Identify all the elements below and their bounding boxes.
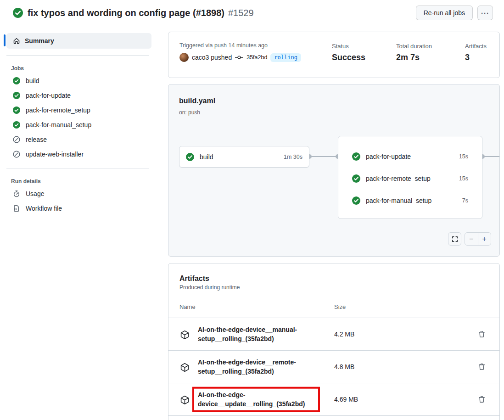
home-icon xyxy=(13,37,20,45)
kebab-menu-button[interactable]: ··· xyxy=(477,6,493,20)
delete-artifact-button[interactable] xyxy=(476,329,487,340)
file-code-icon xyxy=(13,205,20,212)
column-header-name: Name xyxy=(179,303,196,310)
package-icon xyxy=(180,330,190,340)
trash-icon xyxy=(478,396,486,403)
artifact-size: 4.69 MB xyxy=(334,396,358,403)
jobs-heading: Jobs xyxy=(11,65,151,72)
check-circle-icon xyxy=(13,8,23,18)
run-info-card: Triggered via push 14 minutes ago caco3 … xyxy=(168,32,500,78)
graph-node-pack-for-remote-setup[interactable]: pack-for-remote_setup 15s xyxy=(339,168,481,190)
zoom-out-button[interactable]: − xyxy=(465,233,478,245)
run-number: #1529 xyxy=(228,8,254,18)
graph-node-pack-for-update[interactable]: pack-for-update 15s xyxy=(339,146,481,168)
workflow-graph-card: build.yaml on: push build 1m 30s pack-fo… xyxy=(168,84,500,257)
skipped-circle-icon xyxy=(13,151,20,158)
node-duration: 15s xyxy=(459,153,468,160)
artifacts-count-column: Artifacts 3 xyxy=(465,43,487,62)
sidebar-job-pack-for-update[interactable]: pack-for-update xyxy=(4,88,151,103)
artifact-name-link-highlighted[interactable]: AI-on-the-edge-device__update__rolling_(… xyxy=(192,387,320,412)
duration-value: 2m 7s xyxy=(396,53,432,62)
job-label: pack-for-manual_setup xyxy=(26,121,91,129)
connector-line xyxy=(310,156,339,157)
check-circle-icon xyxy=(186,153,194,161)
node-label: build xyxy=(200,153,213,161)
status-value: Success xyxy=(332,53,365,62)
zoom-control: − + xyxy=(465,232,491,246)
git-commit-icon xyxy=(235,55,243,60)
sidebar-item-label: Summary xyxy=(25,37,54,45)
connector-line xyxy=(482,156,500,157)
rerun-all-jobs-button[interactable]: Re-run all jobs xyxy=(416,6,473,20)
job-label: build xyxy=(26,77,39,84)
duration-column: Total duration 2m 7s xyxy=(396,43,432,62)
delete-artifact-button[interactable] xyxy=(476,394,487,405)
duration-label: Total duration xyxy=(396,43,432,50)
job-label: release xyxy=(26,136,47,143)
check-circle-icon xyxy=(352,174,360,183)
artifact-name-link[interactable]: AI-on-the-edge-device__remote-setup__rol… xyxy=(198,358,325,376)
actor-pushed[interactable]: caco3 pushed xyxy=(192,54,232,61)
avatar[interactable] xyxy=(179,53,189,62)
run-detail-label: Workflow file xyxy=(26,205,62,212)
zoom-in-button[interactable]: + xyxy=(478,233,491,245)
sidebar-item-usage[interactable]: Usage xyxy=(4,186,151,201)
divider xyxy=(6,55,149,56)
artifact-row: AI-on-the-edge-device__manual-setup__rol… xyxy=(168,318,499,351)
run-details-heading: Run details xyxy=(11,178,151,185)
node-label: pack-for-remote_setup xyxy=(366,175,431,182)
fit-view-button[interactable] xyxy=(448,232,461,246)
check-circle-icon xyxy=(13,121,20,129)
node-duration: 7s xyxy=(462,197,468,204)
graph-node-build[interactable]: build 1m 30s xyxy=(179,146,309,168)
sidebar-item-summary[interactable]: Summary xyxy=(6,33,151,49)
artifacts-table-header: Name Size xyxy=(168,301,499,318)
artifact-size: 4.2 MB xyxy=(334,330,354,338)
check-circle-icon xyxy=(13,106,20,114)
sidebar-job-pack-for-remote-setup[interactable]: pack-for-remote_setup xyxy=(4,103,151,118)
graph-node-pack-for-manual-setup[interactable]: pack-for-manual_setup 7s xyxy=(339,190,481,212)
artifact-size: 4.8 MB xyxy=(334,363,354,370)
check-circle-icon xyxy=(352,152,360,161)
stopwatch-icon xyxy=(13,190,20,197)
artifact-row: AI-on-the-edge-device__remote-setup__rol… xyxy=(168,351,499,383)
divider xyxy=(6,168,149,168)
package-icon xyxy=(180,395,190,405)
branch-badge[interactable]: rolling xyxy=(270,53,301,62)
sidebar-job-release[interactable]: release xyxy=(4,132,151,147)
sidebar: Summary Jobs build pack-for-update pack-… xyxy=(4,32,151,216)
status-column: Status Success xyxy=(332,43,365,62)
trash-icon xyxy=(478,330,486,338)
artifact-row-highlighted: AI-on-the-edge-device__update__rolling_(… xyxy=(168,383,499,416)
status-label: Status xyxy=(332,43,365,50)
check-circle-icon xyxy=(13,92,20,99)
run-detail-label: Usage xyxy=(26,190,44,197)
node-label: pack-for-update xyxy=(366,153,411,160)
delete-artifact-button[interactable] xyxy=(476,361,487,373)
job-label: update-web-installer xyxy=(26,151,84,158)
sidebar-item-workflow-file[interactable]: Workflow file xyxy=(4,201,151,216)
node-duration: 1m 30s xyxy=(284,154,302,160)
skipped-circle-icon xyxy=(13,136,20,143)
page-title: fix typos and wording on config page (#1… xyxy=(28,8,224,18)
check-circle-icon xyxy=(13,77,20,84)
commit-sha-link[interactable]: 35fa2bd xyxy=(246,54,267,61)
artifacts-card: Artifacts Produced during runtime Name S… xyxy=(168,263,500,420)
node-label: pack-for-manual_setup xyxy=(366,197,431,204)
package-icon xyxy=(180,363,190,372)
job-label: pack-for-update xyxy=(26,92,71,99)
artifacts-subtitle: Produced during runtime xyxy=(168,283,499,291)
sidebar-job-update-web-installer[interactable]: update-web-installer xyxy=(4,147,151,162)
job-label: pack-for-remote_setup xyxy=(26,106,90,114)
graph-job-group: pack-for-update 15s pack-for-remote_setu… xyxy=(338,136,482,219)
active-indicator xyxy=(4,34,6,46)
artifacts-title: Artifacts xyxy=(168,263,499,283)
sidebar-job-pack-for-manual-setup[interactable]: pack-for-manual_setup xyxy=(4,118,151,132)
sidebar-job-build[interactable]: build xyxy=(4,73,151,88)
fullscreen-icon xyxy=(452,236,458,242)
workflow-file-name: build.yaml xyxy=(179,97,215,105)
column-header-size: Size xyxy=(334,303,346,310)
check-circle-icon xyxy=(352,196,360,205)
artifact-name-link[interactable]: AI-on-the-edge-device__manual-setup__rol… xyxy=(198,325,325,344)
workflow-trigger: on: push xyxy=(179,109,200,116)
